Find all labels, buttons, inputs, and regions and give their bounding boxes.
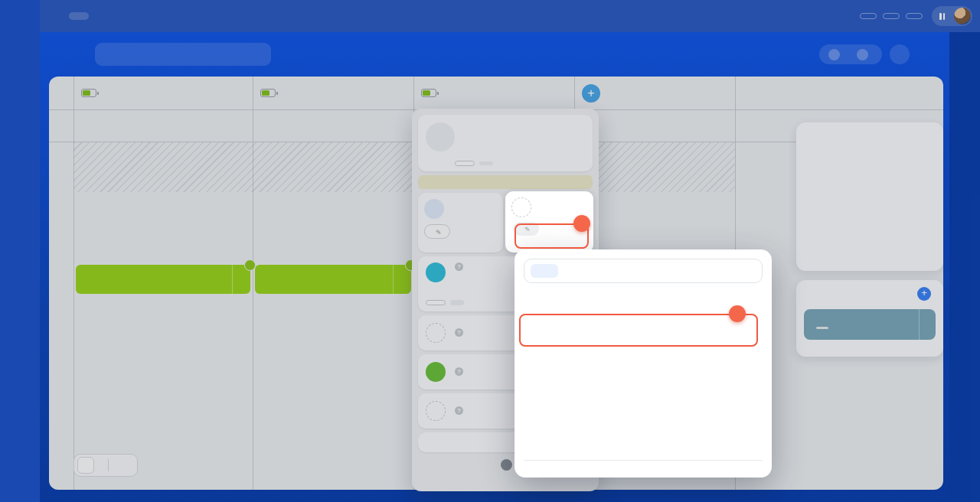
layers-icon[interactable] — [55, 120, 67, 132]
late-badge[interactable] — [857, 49, 873, 60]
info-icon[interactable] — [455, 262, 463, 271]
info-icon[interactable] — [455, 328, 463, 337]
resource-column-header[interactable] — [413, 77, 574, 109]
chevron-down-icon — [113, 13, 119, 20]
booking-event[interactable] — [76, 265, 250, 294]
chevron-down-icon — [143, 13, 150, 20]
hamburger-menu-icon[interactable] — [44, 9, 58, 23]
topbar — [40, 0, 980, 32]
app: + — [0, 0, 980, 502]
waitlist-panel: + — [796, 280, 943, 357]
order-icon — [426, 262, 446, 282]
clock-icon — [501, 459, 512, 471]
user-avatar[interactable] — [954, 8, 971, 24]
tab-dienstleistungen[interactable] — [109, 13, 119, 20]
services-people-icon — [511, 197, 531, 217]
info-icon[interactable] — [455, 367, 463, 376]
chevron-down-icon — [398, 275, 407, 284]
more-icon[interactable] — [479, 161, 493, 165]
phone-icon — [201, 282, 210, 291]
sms-icon — [426, 323, 446, 343]
open-contact-button[interactable] — [455, 161, 475, 166]
appointment-calendar-icon — [426, 401, 446, 421]
chat-icon — [214, 282, 222, 291]
service-icon — [536, 266, 545, 275]
booking-event[interactable] — [255, 265, 411, 294]
battery-icon — [81, 89, 96, 97]
note-icon — [813, 311, 820, 318]
view-controls — [74, 454, 138, 477]
services-dropdown — [514, 249, 772, 478]
helpdesk-button[interactable] — [906, 13, 923, 19]
my-tariff-button[interactable] — [883, 13, 900, 19]
filter-input[interactable] — [103, 49, 253, 60]
unavailable-time-hatch — [74, 142, 735, 192]
service-search-box — [524, 259, 763, 283]
expand-view-button[interactable] — [77, 457, 94, 474]
topbar-right — [808, 6, 972, 26]
open-order-button[interactable] — [426, 300, 446, 305]
right-rail — [949, 32, 980, 502]
tutorial-step-badge — [573, 215, 590, 232]
pause-icon — [939, 13, 945, 20]
waitlist-booking-card[interactable] — [804, 309, 936, 340]
note-icon — [264, 268, 272, 275]
make-package-button[interactable] — [253, 110, 413, 142]
add-note-button[interactable] — [418, 175, 593, 189]
chevron-down-icon — [237, 275, 246, 284]
resources-section — [418, 193, 503, 253]
search-icon[interactable] — [808, 10, 821, 22]
session-timer[interactable] — [932, 6, 972, 26]
resource-column-header[interactable] — [74, 77, 253, 109]
avatar — [426, 122, 455, 152]
make-package-button[interactable] — [74, 110, 253, 142]
tutorial-step-badge — [729, 305, 746, 322]
add-service-button[interactable] — [513, 222, 539, 236]
invite-button[interactable] — [860, 13, 877, 19]
waitlist-card-expand[interactable] — [919, 309, 936, 340]
expand-icon — [81, 461, 90, 470]
note-icon — [85, 268, 93, 275]
not-confirmed-badge[interactable] — [828, 49, 844, 60]
add-resource-button[interactable] — [424, 224, 450, 239]
cube-icon — [424, 199, 444, 219]
pencil-icon — [436, 227, 442, 236]
phone-icon[interactable] — [559, 122, 569, 132]
column-header-row: + — [49, 77, 943, 110]
search-icon — [253, 49, 263, 60]
company-swap-icon[interactable] — [836, 11, 846, 21]
copy-icon[interactable] — [575, 122, 585, 132]
tab-mehr[interactable] — [139, 13, 150, 20]
status-badges — [819, 44, 882, 64]
filter-box — [95, 43, 271, 66]
waitlist-add-button[interactable]: + — [917, 287, 931, 301]
chevron-down-icon — [923, 321, 932, 329]
pencil-icon — [524, 224, 531, 233]
badge-count — [857, 49, 868, 60]
contact-section — [418, 115, 593, 171]
badge-count — [828, 49, 840, 60]
plus-icon: + — [582, 84, 600, 103]
tab-buchungen[interactable] — [69, 12, 89, 20]
add-resource-button[interactable]: + — [574, 77, 735, 109]
mini-calendar — [796, 122, 943, 271]
service-search-input[interactable] — [564, 266, 756, 277]
left-sidebar — [0, 0, 40, 502]
info-icon[interactable] — [455, 406, 463, 415]
chat-icon — [374, 282, 383, 291]
integrations-button[interactable] — [890, 44, 910, 64]
battery-icon — [421, 89, 436, 97]
confirmed-check-icon — [426, 362, 446, 382]
resource-column-header[interactable] — [253, 77, 413, 109]
filter-funnel-icon[interactable] — [56, 87, 67, 99]
selected-service-chip[interactable] — [531, 264, 558, 278]
event-confirmed-badge — [244, 259, 256, 271]
battery-icon — [260, 89, 276, 97]
add-customers-button[interactable] — [816, 327, 828, 329]
header-right — [819, 44, 910, 64]
phone-icon — [362, 282, 371, 291]
page-header — [40, 32, 949, 77]
main-menu — [69, 12, 150, 20]
more-icon[interactable] — [450, 300, 464, 305]
